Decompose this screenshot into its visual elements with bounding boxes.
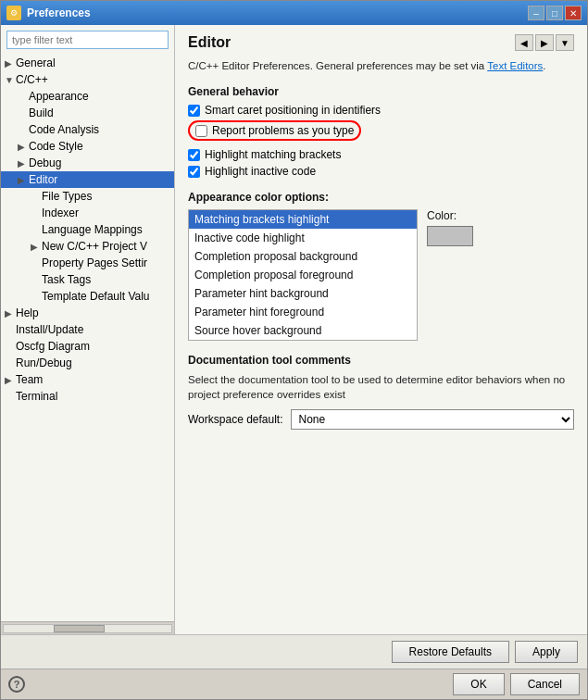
workspace-row: Workspace default: None Doxygen Qt: [188, 409, 574, 430]
nav-forward-button[interactable]: ▶: [535, 34, 554, 51]
tree-label: Build: [29, 106, 54, 119]
h-scrollbar-thumb: [54, 625, 104, 632]
tree-arrow: ▶: [5, 375, 16, 385]
general-behavior-title: General behavior: [188, 85, 574, 98]
tree-label: Debug: [29, 156, 61, 169]
color-list-item-param-hint-bg[interactable]: Parameter hint background: [189, 284, 417, 303]
tree-item-indexer[interactable]: Indexer: [1, 205, 174, 221]
tree-label: Team: [16, 373, 43, 386]
tree-label: Code Analysis: [29, 123, 99, 136]
appearance-section: Appearance color options: Matching brack…: [188, 191, 574, 341]
tree-item-task-tags[interactable]: Task Tags: [1, 271, 174, 288]
nav-buttons: ◀ ▶ ▼: [515, 34, 574, 51]
tree-item-cpp[interactable]: ▼C/C++: [1, 71, 174, 88]
title-bar-left: ⚙ Preferences: [6, 6, 91, 20]
intro-prefix: C/C++ Editor Preferences. General prefer…: [188, 60, 487, 71]
circled-checkbox-row-report-problems: Report problems as you type: [188, 120, 574, 144]
intro-suffix: .: [543, 60, 545, 71]
title-bar: ⚙ Preferences – □ ✕: [1, 1, 587, 25]
color-list-item-inactive-code[interactable]: Inactive code highlight: [189, 229, 417, 247]
tree-item-editor[interactable]: ▶Editor: [1, 171, 174, 188]
nav-back-button[interactable]: ◀: [515, 34, 533, 51]
tree-arrow: ▶: [5, 58, 16, 69]
checkbox-highlight-brackets[interactable]: [188, 149, 200, 161]
left-panel: ▶General▼C/C++AppearanceBuildCode Analys…: [1, 25, 175, 634]
checkbox-label-highlight-brackets: Highlight matching brackets: [205, 148, 341, 161]
checkboxes-container: Smart caret positioning in identifiersRe…: [188, 104, 574, 181]
search-input[interactable]: [6, 31, 169, 49]
preferences-window: ⚙ Preferences – □ ✕ ▶General▼C/C++Appear…: [0, 0, 588, 700]
tree-label: Editor: [29, 173, 57, 186]
help-icon[interactable]: ?: [8, 676, 25, 693]
color-swatch-button[interactable]: [427, 226, 473, 246]
tree-arrow: ▶: [18, 158, 29, 169]
tree-label: General: [16, 56, 56, 69]
tree-label: Oscfg Diagram: [16, 340, 90, 353]
intro-text: C/C++ Editor Preferences. General prefer…: [188, 58, 574, 74]
tree-item-code-analysis[interactable]: Code Analysis: [1, 121, 174, 138]
tree-item-appearance[interactable]: Appearance: [1, 88, 174, 105]
tree-item-install-update[interactable]: Install/Update: [1, 321, 174, 338]
tree-item-team[interactable]: ▶Team: [1, 371, 174, 388]
main-content: ▶General▼C/C++AppearanceBuildCode Analys…: [1, 25, 587, 634]
color-list-item-source-hover[interactable]: Source hover background: [189, 321, 417, 340]
tree-item-property-pages[interactable]: Property Pages Settir: [1, 255, 174, 271]
color-label: Color:: [427, 209, 473, 222]
status-bar: ? OK Cancel: [1, 669, 587, 699]
tree-label: New C/C++ Project V: [42, 240, 147, 253]
tree-arrow: ▶: [18, 142, 29, 152]
color-list-item-completion-fg[interactable]: Completion proposal foreground: [189, 266, 417, 284]
checkbox-report-problems[interactable]: [195, 125, 207, 137]
doc-desc: Select the documentation tool to be used…: [188, 372, 574, 402]
tree-item-run-debug[interactable]: Run/Debug: [1, 355, 174, 371]
doc-title: Documentation tool comments: [188, 354, 574, 367]
checkbox-row-highlight-inactive: Highlight inactive code: [188, 165, 574, 178]
color-list-container: Matching brackets highlightInactive code…: [188, 209, 574, 341]
checkbox-row-smart-caret: Smart caret positioning in identifiers: [188, 104, 574, 117]
maximize-button[interactable]: □: [546, 6, 563, 20]
tree-item-new-cpp-project[interactable]: ▶New C/C++ Project V: [1, 238, 174, 255]
cancel-button[interactable]: Cancel: [510, 673, 580, 695]
tree-label: Property Pages Settir: [42, 256, 147, 269]
window-icon: ⚙: [6, 6, 21, 20]
tree-item-general[interactable]: ▶General: [1, 55, 174, 71]
color-list-item-matching-brackets[interactable]: Matching brackets highlight: [189, 210, 417, 229]
checkbox-label-highlight-inactive: Highlight inactive code: [205, 165, 316, 178]
tree-container: ▶General▼C/C++AppearanceBuildCode Analys…: [1, 55, 174, 621]
tree-item-oscfg-diagram[interactable]: Oscfg Diagram: [1, 338, 174, 355]
appearance-title: Appearance color options:: [188, 191, 574, 204]
close-button[interactable]: ✕: [565, 6, 582, 20]
tree-label: Appearance: [29, 90, 89, 103]
color-list-item-completion-bg[interactable]: Completion proposal background: [189, 247, 417, 266]
checkbox-highlight-inactive[interactable]: [188, 166, 200, 178]
workspace-select[interactable]: None Doxygen Qt: [291, 409, 575, 430]
tree-item-terminal[interactable]: Terminal: [1, 388, 174, 405]
tree-item-language-mappings[interactable]: Language Mappings: [1, 221, 174, 238]
doc-section: Documentation tool comments Select the d…: [188, 354, 574, 430]
checkbox-label-report-problems: Report problems as you type: [212, 124, 354, 137]
restore-defaults-button[interactable]: Restore Defaults: [392, 641, 509, 663]
tree-item-build[interactable]: Build: [1, 105, 174, 121]
minimize-button[interactable]: –: [528, 6, 544, 20]
tree-item-help[interactable]: ▶Help: [1, 305, 174, 321]
tree-item-code-style[interactable]: ▶Code Style: [1, 138, 174, 155]
tree-label: Run/Debug: [16, 356, 72, 369]
checkbox-smart-caret[interactable]: [188, 105, 200, 117]
tree-label: Terminal: [16, 390, 57, 403]
tree-item-file-types[interactable]: File Types: [1, 188, 174, 205]
panel-title: Editor: [188, 34, 231, 51]
tree-item-debug[interactable]: ▶Debug: [1, 155, 174, 171]
title-buttons: – □ ✕: [528, 6, 582, 20]
apply-button[interactable]: Apply: [515, 641, 578, 663]
text-editors-link[interactable]: Text Editors: [487, 60, 543, 71]
right-panel: Editor ◀ ▶ ▼ C/C++ Editor Preferences. G…: [175, 25, 587, 634]
h-scrollbar[interactable]: [3, 624, 172, 633]
workspace-label: Workspace default:: [188, 413, 283, 426]
ok-button[interactable]: OK: [453, 673, 504, 695]
nav-dropdown-button[interactable]: ▼: [556, 34, 574, 51]
color-section: Color:: [427, 209, 473, 246]
panel-header: Editor ◀ ▶ ▼: [188, 34, 574, 51]
tree-label: Task Tags: [42, 273, 91, 286]
tree-item-template-default[interactable]: Template Default Valu: [1, 288, 174, 305]
color-list-item-param-hint-fg[interactable]: Parameter hint foreground: [189, 303, 417, 321]
